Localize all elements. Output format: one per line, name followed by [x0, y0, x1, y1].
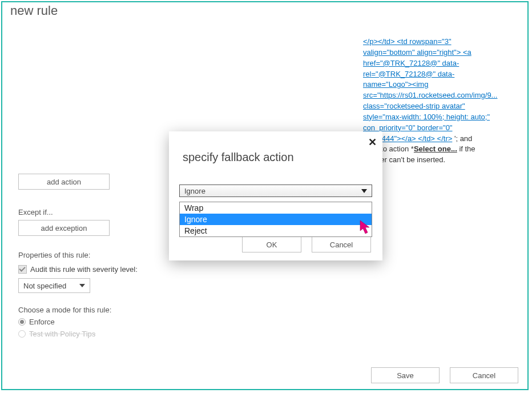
- choose-mode-label: Choose a mode for this rule:: [18, 306, 258, 314]
- preview-line: class="rocketseed-strip avatar": [363, 102, 465, 110]
- dialog-title: specify fallback action: [169, 131, 382, 174]
- chevron-down-icon: [361, 189, 367, 193]
- select-one-link[interactable]: Select one...: [414, 145, 457, 153]
- fallback-action-dialog: ✕ specify fallback action Ignore OK Canc…: [169, 131, 382, 260]
- preview-line: style="max-width: 100%; height: auto;": [363, 113, 490, 121]
- mode-enforce-row[interactable]: Enforce: [18, 318, 258, 326]
- mode-enforce-label: Enforce: [29, 318, 55, 326]
- preview-line: con_priority="0" border="0": [363, 123, 453, 132]
- severity-select[interactable]: Not specified: [18, 278, 90, 293]
- audit-checkbox[interactable]: [18, 265, 27, 274]
- preview-line: </p></td> <td rowspan="3": [363, 37, 452, 46]
- audit-label: Audit this rule with severity level:: [30, 265, 138, 274]
- cancel-button[interactable]: Cancel: [450, 367, 518, 383]
- fallback-dropdown-list[interactable]: Wrap Ignore Reject: [179, 202, 372, 237]
- chevron-down-icon: [79, 284, 85, 287]
- mode-test-label: Test with Policy Tips: [29, 330, 95, 338]
- ok-button[interactable]: OK: [242, 236, 301, 252]
- save-button[interactable]: Save: [371, 367, 440, 383]
- window-title: new rule: [2, 2, 527, 19]
- add-action-button[interactable]: add action: [18, 174, 110, 190]
- mode-test-row[interactable]: Test with Policy Tips: [18, 330, 258, 338]
- preview-line: href="@TRK_72128@" data-: [363, 59, 459, 67]
- add-exception-button[interactable]: add exception: [18, 220, 110, 236]
- preview-line: name="Logo"><img: [363, 80, 428, 89]
- severity-value: Not specified: [23, 282, 66, 290]
- preview-line: rel="@TRK_72128@" data-: [363, 70, 454, 78]
- radio-test[interactable]: [18, 330, 26, 338]
- preview-tail: '; and: [454, 134, 472, 143]
- preview-line: src="https://rs01.rocketseed.com/img/9..…: [363, 91, 497, 99]
- preview-tail: if the: [457, 145, 475, 153]
- window-frame: new rule </p></td> <td rowspan="3" valig…: [1, 1, 529, 390]
- audit-row[interactable]: Audit this rule with severity level:: [18, 265, 258, 274]
- disclaimer-preview: </p></td> <td rowspan="3" valign="bottom…: [363, 37, 516, 166]
- radio-enforce[interactable]: [18, 318, 26, 326]
- dialog-cancel-button[interactable]: Cancel: [312, 236, 371, 252]
- fallback-select-value: Ignore: [184, 187, 205, 195]
- fallback-select[interactable]: Ignore: [179, 185, 372, 197]
- dropdown-option-reject[interactable]: Reject: [180, 225, 372, 236]
- dialog-buttons: OK Cancel: [242, 236, 371, 252]
- footer-buttons: Save Cancel: [371, 367, 518, 383]
- preview-line: valign="bottom" align="right"> <a: [363, 48, 471, 57]
- dropdown-option-wrap[interactable]: Wrap: [180, 202, 372, 214]
- close-icon[interactable]: ✕: [368, 136, 377, 149]
- dropdown-option-ignore[interactable]: Ignore: [180, 214, 372, 225]
